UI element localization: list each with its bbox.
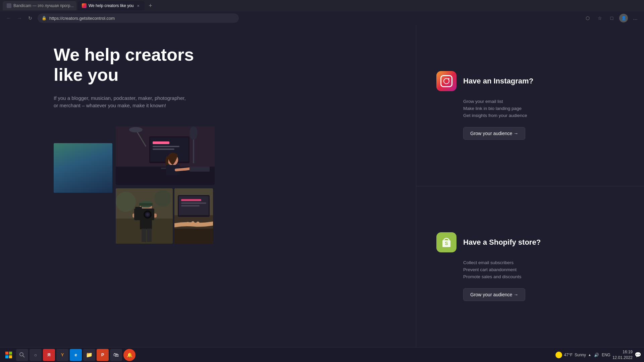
svg-rect-7	[59, 172, 68, 184]
shopify-bag-icon: S	[440, 236, 453, 249]
svg-point-11	[102, 155, 112, 165]
instagram-icon	[436, 71, 457, 91]
instagram-features: Grow your email list Make link in bio la…	[463, 98, 624, 119]
taskbar-app-notification[interactable]: 🔔	[123, 349, 136, 361]
taskbar-app-search[interactable]	[16, 349, 28, 361]
taskbar-app-edge[interactable]: e	[70, 349, 82, 361]
svg-rect-48	[174, 229, 213, 244]
taskbar-app-browser2[interactable]: Y	[56, 349, 68, 361]
clock-date: 12.01.2022	[612, 355, 633, 361]
taskbar: ○ Я Y e 📁 P 🛍 🔔 47°F Sunny ▲ 🔊 ENG 16:19…	[0, 347, 644, 362]
notification-button[interactable]: 💬	[635, 352, 641, 358]
svg-text:S: S	[445, 241, 448, 246]
svg-rect-60	[9, 352, 12, 355]
shopify-features: Collect email subscribers Prevent cart a…	[463, 259, 624, 280]
photo-creator-tablet	[54, 143, 112, 193]
instagram-card-title: Have an Instagram?	[463, 77, 533, 85]
collections-icon[interactable]: □	[607, 13, 616, 23]
svg-rect-56	[181, 205, 200, 206]
back-button[interactable]: ←	[4, 13, 13, 23]
tab-bandicam[interactable]: Bandicam — это лучшая прогр... ✕	[3, 1, 76, 10]
language-indicator[interactable]: ENG	[602, 353, 610, 357]
svg-rect-61	[5, 355, 8, 358]
svg-point-10	[96, 146, 109, 160]
taskbar-right: 47°F Sunny ▲ 🔊 ENG 16:19 12.01.2022 💬	[555, 349, 642, 361]
svg-point-50	[191, 221, 195, 225]
svg-point-43	[146, 213, 149, 216]
instagram-feature-3: Get insights from your audience	[463, 112, 624, 119]
svg-point-51	[196, 222, 200, 225]
svg-rect-19	[153, 148, 174, 150]
svg-rect-44	[142, 229, 146, 242]
instagram-cta-button[interactable]: Grow your audience →	[463, 127, 525, 140]
svg-rect-9	[97, 143, 112, 193]
shopify-card: S Have a Shopify store? Collect email su…	[416, 186, 644, 348]
photo-creator-workstation	[116, 126, 215, 185]
weather-sun-icon	[555, 352, 562, 358]
url-bar[interactable]: 🔒 https://creators.getsitecontrol.com	[38, 13, 239, 23]
taskbar-app-powerpoint[interactable]: P	[97, 349, 109, 361]
shopify-feature-3: Promote sales and discounts	[463, 273, 624, 280]
instagram-inner-icon	[440, 75, 452, 87]
svg-rect-5	[75, 175, 80, 185]
favorites-icon[interactable]: ☆	[595, 13, 604, 23]
svg-rect-45	[147, 229, 152, 242]
forward-button[interactable]: →	[15, 13, 24, 23]
taskbar-app-store[interactable]: 🛍	[110, 349, 122, 361]
address-bar: ← → ↻ 🔒 https://creators.getsitecontrol.…	[0, 11, 644, 25]
svg-rect-54	[181, 199, 201, 201]
shopify-feature-2: Prevent cart abandonment	[463, 266, 624, 273]
instagram-card-header: Have an Instagram?	[436, 71, 624, 91]
weather-condition: Sunny	[575, 353, 586, 357]
svg-point-63	[20, 353, 23, 356]
svg-rect-17	[153, 141, 169, 144]
taskbar-clock[interactable]: 16:19 12.01.2022	[612, 349, 633, 361]
svg-line-64	[23, 356, 24, 357]
svg-point-6	[68, 155, 80, 164]
svg-rect-40	[135, 207, 142, 210]
taskbar-app-yandex[interactable]: Я	[43, 349, 55, 361]
taskbar-app-browser1[interactable]: ○	[30, 349, 42, 361]
tab-close-button[interactable]: ✕	[76, 3, 76, 8]
svg-rect-8	[59, 173, 67, 183]
photo-creator-hand	[174, 188, 213, 244]
weather-widget: 47°F Sunny	[555, 352, 586, 358]
page-content: We help creators like you If you a blogg…	[0, 25, 644, 347]
start-button[interactable]	[3, 349, 15, 361]
taskbar-apps: ○ Я Y e 📁 P 🛍 🔔	[16, 349, 136, 361]
tab-title: Bandicam — это лучшая прогр...	[13, 3, 74, 8]
new-tab-button[interactable]: +	[146, 1, 155, 10]
reload-button[interactable]: ↻	[25, 13, 35, 23]
svg-rect-0	[54, 143, 112, 193]
system-tray: ▲ 🔊 ENG	[588, 353, 610, 357]
tab-creators[interactable]: We help creators like you ✕	[78, 1, 145, 10]
svg-rect-18	[153, 146, 179, 147]
tab-favicon-active	[82, 3, 87, 8]
settings-icon[interactable]: …	[631, 13, 640, 23]
browser-chrome: Bandicam — это лучшая прогр... ✕ We help…	[0, 0, 644, 25]
hero-title: We help creators like you	[54, 45, 215, 85]
shopify-card-header: S Have a Shopify store?	[436, 232, 624, 252]
tab-title-active: We help creators like you	[89, 3, 134, 8]
url-text: https://creators.getsitecontrol.com	[49, 16, 115, 21]
system-tray-arrow[interactable]: ▲	[588, 353, 591, 357]
shopify-card-title: Have a Shopify store?	[463, 238, 541, 247]
tab-bar: Bandicam — это лучшая прогр... ✕ We help…	[0, 0, 644, 11]
taskbar-app-files[interactable]: 📁	[83, 349, 95, 361]
svg-point-31	[116, 192, 136, 212]
svg-rect-55	[181, 202, 206, 204]
shopify-cta-button[interactable]: Grow your audience →	[463, 288, 525, 301]
extensions-icon[interactable]: ⬡	[583, 13, 592, 23]
volume-icon[interactable]: 🔊	[594, 353, 599, 357]
svg-rect-35	[139, 203, 153, 206]
windows-logo-icon	[5, 352, 12, 358]
svg-rect-1	[54, 163, 80, 193]
hero-subtitle: If you a blogger, musician, podcaster, m…	[54, 95, 188, 110]
svg-rect-59	[5, 352, 8, 355]
lock-icon: 🔒	[42, 16, 47, 20]
shopify-icon: S	[436, 232, 457, 252]
photo-collage	[54, 126, 221, 220]
nav-buttons: ← → ↻	[4, 13, 35, 23]
tab-close-active-button[interactable]: ✕	[136, 3, 141, 8]
profile-icon[interactable]: 👤	[619, 14, 628, 22]
